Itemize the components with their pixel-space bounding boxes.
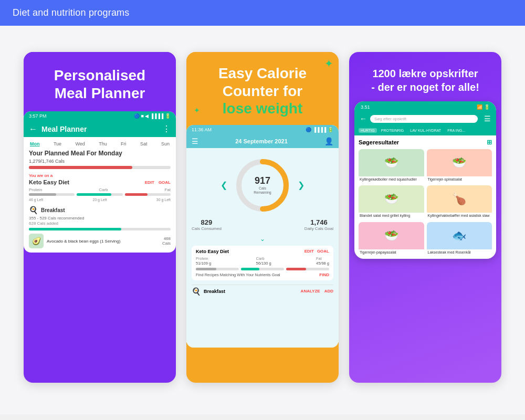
recipe-item-5[interactable]: 🥗 Tigerrejer-papayasalat xyxy=(359,222,424,256)
keto-macro-bars xyxy=(196,268,329,270)
breakfast-icon: 🍳 xyxy=(29,206,38,214)
analyze-button[interactable]: ANALYZE xyxy=(301,289,320,293)
prev-day-button[interactable]: ❮ xyxy=(216,180,232,190)
day-wed[interactable]: Wed xyxy=(75,141,85,146)
day-mon[interactable]: Mon xyxy=(30,141,40,146)
profile-icon[interactable]: 👤 xyxy=(324,137,333,145)
circle-value: 917 xyxy=(254,175,271,186)
phone-body-3: Søgeresultater ⊞ 🥗 Kyllingekødboller med… xyxy=(354,135,496,259)
recipe-name-5: Tigerrejer-papayasalat xyxy=(359,249,424,256)
recipe-item-6[interactable]: 🐟 Laksesteak med Rosenkål xyxy=(427,222,492,256)
day-sun[interactable]: Sun xyxy=(161,141,170,146)
status-bar-2: 11:36 AM 🔵 ▐▐▐▐ 🔋 xyxy=(186,125,339,134)
breakfast-progress-bg xyxy=(29,228,171,230)
protein-bar-wrap xyxy=(29,193,75,196)
daily-goal-value: 1,746 xyxy=(304,218,333,226)
search-results-title: Søgeresultater ⊞ xyxy=(359,139,492,146)
keto-fat: Fat 45/98 g xyxy=(316,256,329,266)
carb-bar-wrap xyxy=(77,193,122,196)
nav-date: 24 September 2021 xyxy=(198,138,324,144)
find-button[interactable]: FIND xyxy=(319,272,329,277)
recipe-item-1[interactable]: 🥗 Kyllingekødboller med squashudler xyxy=(359,149,424,183)
header-title: Diet and nutrition programs xyxy=(13,7,130,18)
day-thu[interactable]: Thu xyxy=(99,141,107,146)
filter-lav[interactable]: LAV KUL-HYDRAT xyxy=(408,128,443,133)
keto-fat-bar xyxy=(286,268,306,270)
recipes-grid: 🥗 Kyllingekødboller med squashudler 🥗 Ti… xyxy=(359,149,492,256)
keto-name: Keto Easy Diet xyxy=(196,249,229,254)
header-banner: Diet and nutrition programs xyxy=(0,0,525,26)
food-item-avocado: 🥑 Avocado & black bean eggs (1 Serving) … xyxy=(29,234,171,248)
keto-edit[interactable]: EDIT xyxy=(304,249,314,254)
card1-title: Personalised Meal Planner xyxy=(36,67,163,102)
breakfast-section: 🍳 Breakfast xyxy=(29,206,171,214)
carb-label: Carb xyxy=(99,187,108,192)
cals-consumed-label: Cals Consumed xyxy=(192,226,222,231)
phone-body-2: ❮ 917 CalsRemaining ❯ xyxy=(186,148,339,348)
find-recipes-row: Find Recipes Matching With Your Nutrient… xyxy=(196,272,329,277)
edit-button[interactable]: EDIT xyxy=(145,180,154,185)
cals-added: 628 Cals added xyxy=(29,221,171,226)
card3-header: 1200 lækre opskrifter- der er noget for … xyxy=(349,52,501,101)
find-text: Find Recipes Matching With Your Nutrient… xyxy=(196,272,319,277)
day-tue[interactable]: Tue xyxy=(54,141,61,146)
fat-label: Fat xyxy=(164,187,171,192)
card2-title: Easy CalorieCounter forlose weight xyxy=(197,65,328,118)
cals-text: 1,279/1,746 Cals xyxy=(29,159,171,164)
nav-back-icon[interactable]: ← xyxy=(360,114,367,123)
grid-view-icon[interactable]: ⊞ xyxy=(487,139,492,146)
main-content: Personalised Meal Planner 3:57 PM 🔵 ■ ◀ … xyxy=(0,26,525,414)
recipe-name-6: Laksesteak med Rosenkål xyxy=(427,249,492,256)
breakfast-row: 🍳 Breakfast ANALYZE ADD xyxy=(192,285,333,298)
hamburger-icon[interactable]: ☰ xyxy=(192,137,198,145)
cals-consumed-stat: 829 Cals Consumed xyxy=(192,218,222,231)
calorie-circle-chart: 917 CalsRemaining xyxy=(234,156,291,214)
day-fri[interactable]: Fri xyxy=(121,141,127,146)
sparkle-icon: ✦ xyxy=(324,57,333,70)
sparkle-small-icon: ✦ xyxy=(194,106,200,114)
keto-header: Keto Easy Diet EDIT GOAL xyxy=(196,249,329,254)
recipe-name-3: Blandet salat med grillet kylling xyxy=(359,213,424,219)
cals-progress-fill xyxy=(29,166,132,169)
protein-val: 46 g Left xyxy=(29,198,43,202)
search-bar[interactable]: Søg efter opskrift xyxy=(370,115,478,123)
food-name: Avocado & black bean eggs (1 Serving) xyxy=(47,239,159,244)
phone-nav-1: ← Meal Planner ⋮ xyxy=(24,121,176,137)
nav-filter-icon[interactable]: ☰ xyxy=(484,114,491,123)
goal-button[interactable]: GOAL xyxy=(159,180,171,185)
phone-mockup-3: 3.51 📶 🔋 ← Søg efter opskrift ☰ HURTIG P… xyxy=(354,101,496,259)
filter-tabs: HURTIG PROTEINRIG LAV KUL-HYDRAT FRA ING… xyxy=(354,125,496,135)
back-arrow-icon[interactable]: ← xyxy=(29,124,37,134)
recipe-item-2[interactable]: 🥗 Tigerrejer-spinatsalat xyxy=(427,149,492,183)
status-bar-1: 3:57 PM 🔵 ■ ◀ ▐▐▐▐ 🔋 xyxy=(24,111,176,121)
cals-consumed-value: 829 xyxy=(192,218,222,226)
phone-mockup-1: 3:57 PM 🔵 ■ ◀ ▐▐▐▐ 🔋 ← Meal Planner ⋮ Mo… xyxy=(24,111,176,253)
card2-header: Easy CalorieCounter forlose weight ✦ ✦ xyxy=(186,52,339,125)
keto-goal[interactable]: GOAL xyxy=(317,249,329,254)
next-day-button[interactable]: ❯ xyxy=(293,180,309,190)
card-calorie-counter: Easy CalorieCounter forlose weight ✦ ✦ 1… xyxy=(186,52,339,383)
protein-bar xyxy=(29,193,56,196)
keto-protein-bar xyxy=(196,268,216,270)
fat-bar-wrap xyxy=(125,193,171,196)
filter-hurtig[interactable]: HURTIG xyxy=(359,128,377,133)
recipe-img-1: 🥗 xyxy=(359,149,424,176)
add-button[interactable]: ADD xyxy=(324,289,333,293)
recipe-item-4[interactable]: 🍗 Kyllingehakkebøffer med asiatisk slaw xyxy=(427,185,492,219)
daily-goal-stat: 1,746 Daily Cals Goal xyxy=(304,218,333,231)
expand-icon[interactable]: ⌄ xyxy=(192,235,333,243)
filter-fra[interactable]: FRA ING... xyxy=(445,128,467,133)
status-bar-3: 3.51 📶 🔋 xyxy=(354,101,496,112)
recipe-name-2: Tigerrejer-spinatsalat xyxy=(427,176,492,183)
recipe-item-3[interactable]: 🥗 Blandet salat med grillet kylling xyxy=(359,185,424,219)
breakfast-emoji: 🍳 xyxy=(192,287,201,296)
protein-label: Protein xyxy=(29,187,42,192)
phone-nav-2: ☰ 24 September 2021 👤 xyxy=(186,134,339,148)
keto-carb-bar xyxy=(241,268,259,270)
filter-protein[interactable]: PROTEINRIG xyxy=(379,128,406,133)
day-sat[interactable]: Sat xyxy=(140,141,148,146)
recipe-img-5: 🥗 xyxy=(359,222,424,249)
menu-dots-icon[interactable]: ⋮ xyxy=(162,124,171,134)
days-row: Mon Tue Wed Thu Fri Sat Sun xyxy=(29,141,171,146)
card1-header: Personalised Meal Planner xyxy=(24,52,176,111)
